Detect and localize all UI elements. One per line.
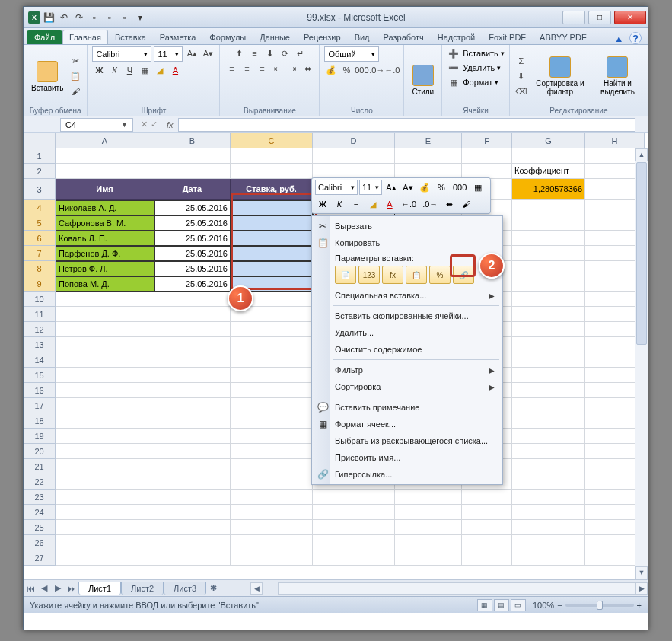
zoom-out-icon[interactable]: − [557,601,562,610]
cell-A19[interactable] [56,429,154,444]
increase-decimal-icon[interactable]: .0→ [370,63,384,77]
cell-C12[interactable] [231,322,313,337]
cell-C23[interactable] [231,490,313,505]
qat-dropdown-icon[interactable]: ▾ [133,11,147,24]
tab-nav-first-icon[interactable]: ⏮ [24,584,37,593]
cell-E1[interactable] [395,148,462,164]
row-header-12[interactable]: 12 [24,322,56,337]
mini-comma-icon[interactable]: 000 [451,180,469,195]
cell-C24[interactable] [231,505,313,520]
cut-icon[interactable]: ✂ [68,54,82,68]
cell-B16[interactable] [154,383,231,398]
ctx-hyperlink[interactable]: 🔗Гиперссылка... [314,466,501,483]
comma-icon[interactable]: 000 [355,63,368,77]
column-header-D[interactable]: D [313,133,395,148]
cell-A1[interactable] [56,148,154,164]
ribbon-minimize-icon[interactable]: ▴ [613,32,625,44]
font-color-icon[interactable]: А [168,63,182,77]
row-header-3[interactable]: 3 [24,179,56,200]
view-page-layout-icon[interactable]: ▤ [494,599,509,611]
ctx-paste-special[interactable]: Специальная вставка...▶ [314,287,501,304]
row-header-2[interactable]: 2 [24,164,56,179]
cell-F24[interactable] [462,505,512,520]
cell-B12[interactable] [154,322,231,337]
cell-A27[interactable] [56,550,154,566]
tab-review[interactable]: Рецензир [297,30,348,44]
cell-B14[interactable] [154,352,231,368]
cell-D24[interactable] [313,505,395,520]
tab-home[interactable]: Главная [62,30,108,44]
scroll-thumb[interactable] [636,162,647,345]
cell-G25[interactable] [512,520,585,535]
align-top-icon[interactable]: ⬆ [232,46,246,60]
sort-filter-button[interactable]: Сортировка и фильтр [530,55,590,97]
row-header-25[interactable]: 25 [24,520,56,535]
cell-G22[interactable] [512,474,585,490]
row-header-5[interactable]: 5 [24,215,56,231]
mini-format-painter-icon[interactable]: 🖌 [458,196,473,212]
hscroll-left-icon[interactable]: ◀ [250,582,263,595]
cell-G27[interactable] [512,550,585,566]
cell-G24[interactable] [512,505,585,520]
cell-D25[interactable] [313,520,395,535]
name-box[interactable]: C4 ▼ [60,118,133,132]
tab-foxit[interactable]: Foxit PDF [482,30,533,44]
font-family-combo[interactable]: Calibri▾ [92,46,151,62]
tab-nav-last-icon[interactable]: ⏭ [65,584,78,593]
column-header-G[interactable]: G [512,133,585,148]
cell-C18[interactable] [231,413,313,429]
cell-G18[interactable] [512,413,585,429]
decrease-indent-icon[interactable]: ⇤ [270,62,284,75]
row-header-18[interactable]: 18 [24,413,56,429]
cell-B13[interactable] [154,337,231,352]
column-header-B[interactable]: B [154,133,231,148]
cell-A9[interactable]: Попова М. Д. [56,276,154,292]
cell-A14[interactable] [56,352,154,368]
sheet-tab-1[interactable]: Лист1 [78,582,121,595]
border-icon[interactable]: ▦ [138,63,151,77]
increase-indent-icon[interactable]: ⇥ [285,62,299,75]
ctx-insert-copied[interactable]: Вставить скопированные ячейки... [314,308,501,324]
cell-A15[interactable] [56,368,154,383]
ctx-delete[interactable]: Удалить... [314,324,501,341]
row-header-27[interactable]: 27 [24,550,56,566]
cell-G23[interactable] [512,490,585,505]
copy-icon[interactable]: 📋 [68,69,82,83]
align-middle-icon[interactable]: ≡ [247,46,261,60]
cell-F2[interactable] [462,164,512,179]
cell-A8[interactable]: Петров Ф. Л. [56,261,154,276]
percent-icon[interactable]: % [339,63,353,77]
qat-btn-2[interactable]: ▫ [103,11,116,24]
cell-A4[interactable]: Николаев А. Д. [56,200,154,215]
orientation-icon[interactable]: ⟳ [278,46,291,60]
mini-fill-color-icon[interactable]: ◢ [365,196,381,212]
column-header-F[interactable]: F [462,133,512,148]
cell-C19[interactable] [231,429,313,444]
zoom-in-icon[interactable]: + [637,601,642,610]
cell-C7[interactable] [231,246,313,261]
clear-icon[interactable]: ⌫ [514,85,528,98]
row-header-16[interactable]: 16 [24,383,56,398]
cell-G8[interactable] [512,261,585,276]
cell-B17[interactable] [154,398,231,413]
horizontal-scrollbar[interactable] [278,582,635,595]
bold-icon[interactable]: Ж [92,63,106,77]
cell-G13[interactable] [512,337,585,352]
cell-C27[interactable] [231,550,313,566]
fill-color-icon[interactable]: ◢ [153,63,167,77]
formula-bar[interactable] [178,118,635,132]
ctx-copy[interactable]: 📋Копировать [314,234,501,251]
row-header-4[interactable]: 4 [24,200,56,215]
cell-G6[interactable] [512,231,585,246]
row-header-26[interactable]: 26 [24,535,56,550]
mini-merge-icon[interactable]: ⬌ [441,196,457,212]
cell-B27[interactable] [154,550,231,566]
align-center-icon[interactable]: ≡ [240,62,253,75]
number-format-combo[interactable]: Общий▾ [324,46,379,62]
worksheet[interactable]: ABCDEFGH 1234567891011121314151617181920… [24,133,648,579]
cell-A6[interactable]: Коваль Л. П. [56,231,154,246]
cell-E25[interactable] [395,520,462,535]
scroll-up-icon[interactable]: ▲ [635,148,648,161]
maximize-button[interactable]: □ [588,11,611,24]
paste-option-values[interactable]: 123 [358,266,380,284]
